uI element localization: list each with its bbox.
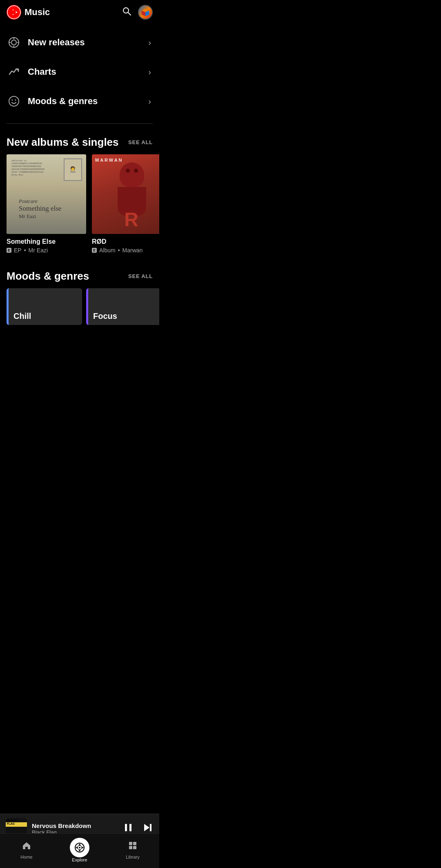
albums-scroll-container: addressed to: CHERRYDOWNBUTLOVEABORRYOU … — [0, 154, 159, 262]
badge-icon — [8, 37, 20, 48]
nav-label-new-releases: New releases — [28, 37, 85, 48]
album-meta-rod: E Album • Marwan — [92, 247, 159, 254]
main-content: New releases › Charts › — [0, 24, 159, 386]
mood-card-focus[interactable]: Focus — [86, 288, 159, 325]
nav-item-charts[interactable]: Charts › — [0, 57, 159, 87]
search-icon[interactable] — [122, 6, 131, 18]
nav-item-moods-genres[interactable]: Moods & genres › — [0, 87, 159, 116]
new-albums-section: New albums & singles SEE ALL addressed t… — [0, 128, 159, 262]
svg-point-13 — [12, 100, 13, 101]
navigation-menu: New releases › Charts › — [0, 24, 159, 119]
moods-scroll-container: Chill Focus S — [0, 288, 159, 333]
app-header: Music — [0, 0, 159, 24]
album-meta-something-else: E EP • Mr Eazi — [7, 247, 86, 254]
moods-see-all[interactable]: SEE ALL — [128, 273, 153, 279]
svg-point-14 — [15, 100, 16, 101]
moods-title: Moods & genres — [7, 270, 89, 283]
album-art-rod: MARWAN R — [92, 154, 159, 234]
moods-genres-section: Moods & genres SEE ALL Chill Focus S — [0, 262, 159, 333]
moods-header: Moods & genres SEE ALL — [0, 262, 159, 288]
svg-line-5 — [128, 13, 131, 16]
new-albums-header: New albums & singles SEE ALL — [0, 128, 159, 154]
nav-label-charts: Charts — [28, 67, 56, 77]
new-albums-title: New albums & singles — [7, 136, 119, 149]
nav-item-new-releases[interactable]: New releases › — [0, 28, 159, 57]
svg-point-7 — [11, 40, 16, 45]
album-card-something-else[interactable]: addressed to: CHERRYDOWNBUTLOVEABORRYOU … — [7, 154, 86, 254]
album-name-something-else: Something Else — [7, 238, 86, 245]
svg-point-12 — [9, 96, 19, 106]
section-divider — [7, 123, 153, 124]
user-avatar[interactable] — [138, 5, 153, 20]
nav-label-moods-genres: Moods & genres — [28, 96, 98, 107]
mood-card-chill[interactable]: Chill — [7, 288, 82, 325]
album-card-rod[interactable]: MARWAN R RØD — [92, 154, 159, 254]
chevron-right-icon: › — [148, 67, 151, 77]
album-artist-rod: Marwan — [122, 247, 143, 254]
album-type-rod: Album — [99, 247, 116, 254]
app-title: Music — [24, 7, 50, 18]
explicit-badge: E — [7, 248, 11, 253]
trending-icon — [8, 66, 20, 78]
album-type-something-else: EP — [14, 247, 22, 254]
mood-label-chill: Chill — [13, 312, 31, 321]
new-albums-see-all[interactable]: SEE ALL — [128, 139, 153, 145]
mood-label-focus: Focus — [93, 312, 117, 321]
album-art-something-else: addressed to: CHERRYDOWNBUTLOVEABORRYOU … — [7, 154, 86, 234]
header-logo-group: Music — [7, 5, 50, 20]
chevron-right-icon: › — [148, 38, 151, 47]
explicit-badge: E — [92, 248, 97, 253]
chevron-right-icon: › — [148, 97, 151, 106]
youtube-music-logo — [7, 5, 21, 20]
album-name-rod: RØD — [92, 238, 159, 245]
svg-point-3 — [12, 10, 16, 14]
mood-icon — [8, 96, 20, 107]
album-artist-something-else: Mr Eazi — [29, 247, 48, 254]
header-actions — [122, 5, 153, 20]
